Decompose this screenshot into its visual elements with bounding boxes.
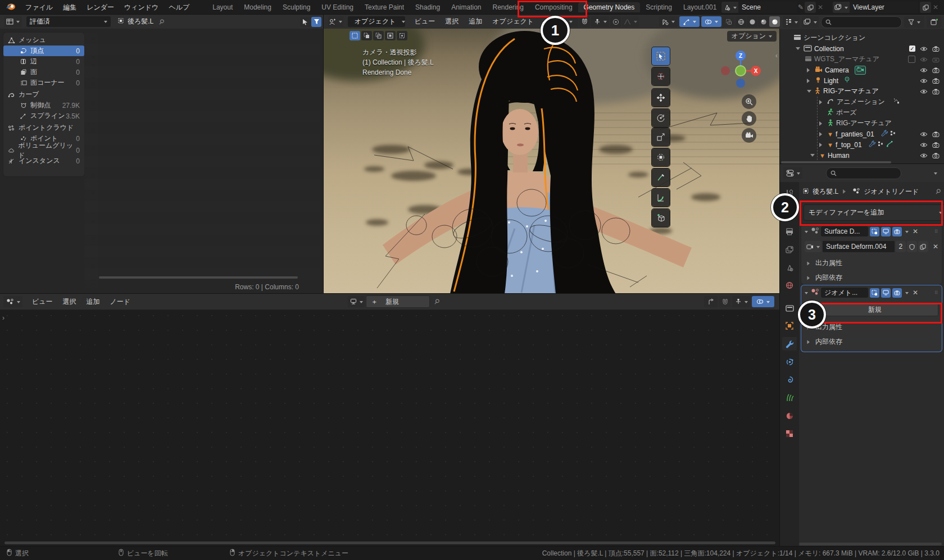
modifier-close-button[interactable]: ✕ (913, 227, 918, 235)
viewlayer-type-icon[interactable] (833, 2, 850, 13)
node-snap-target-dropdown[interactable] (732, 296, 750, 307)
list-item[interactable]: 面0 (3, 67, 84, 78)
render-camera-icon[interactable] (932, 89, 940, 94)
tool-select-box[interactable] (652, 47, 670, 65)
outliner-row-rig-armature-data[interactable]: RIG-アーマチュア (780, 118, 944, 129)
section-output-attributes[interactable]: 出力属性 (807, 322, 942, 332)
workspace-tab-geometry-nodes[interactable]: Geometry Nodes (578, 2, 641, 12)
viewport-pan-hand-button[interactable] (742, 111, 756, 126)
workspace-tab-compositing[interactable]: Compositing (529, 2, 578, 12)
modifier-render-toggle[interactable] (892, 227, 902, 236)
render-camera-icon[interactable] (932, 78, 940, 84)
modifier-render-toggle[interactable] (892, 288, 902, 298)
spreadsheet-hscrollbar[interactable] (99, 276, 298, 279)
nodegroup-browse-dropdown[interactable] (805, 241, 822, 252)
tab-physics[interactable] (782, 355, 797, 368)
shading-rendered-icon[interactable] (769, 16, 780, 27)
properties-editor-type-button[interactable] (783, 167, 802, 179)
overlays-dropdown[interactable] (701, 16, 721, 27)
proportional-falloff-dropdown[interactable] (622, 16, 639, 27)
properties-hscrollbar[interactable] (799, 543, 942, 545)
modifier-name-field[interactable]: Surface D... (821, 226, 868, 236)
light-data-badge[interactable] (844, 76, 850, 85)
modifier-realtime-toggle[interactable] (881, 288, 891, 298)
nodegroup-copy-button[interactable] (918, 241, 928, 252)
tab-world[interactable] (782, 279, 797, 292)
workspace-tab-layout-001[interactable]: Layout.001 (678, 2, 722, 12)
list-item-selected[interactable]: 頂点0 (3, 45, 84, 56)
workspace-tab-shading[interactable]: Shading (410, 2, 446, 12)
scene-delete-button[interactable]: ✕ (818, 3, 823, 11)
render-camera-icon[interactable] (932, 142, 940, 148)
spreadsheet-filter-icon[interactable] (311, 17, 321, 27)
list-item[interactable]: 面コーナー0 (3, 78, 84, 88)
breadcrumb-data-name[interactable]: ジオメトリノード (864, 187, 919, 197)
node-tree-type-icon[interactable] (348, 296, 365, 307)
snap-target-dropdown[interactable] (591, 16, 609, 27)
hide-eye-icon[interactable] (920, 89, 928, 94)
outliner-row-pose[interactable]: ポーズ (780, 107, 944, 118)
tab-texture[interactable] (782, 427, 797, 440)
node-pin-icon[interactable]: ⚲ (433, 297, 442, 306)
node-overlays-dropdown[interactable] (752, 296, 774, 307)
tool-rotate[interactable] (652, 109, 670, 127)
viewport-menu-view[interactable]: ビュー (410, 17, 441, 26)
node-menu-add[interactable]: 追加 (81, 297, 105, 307)
node-snap-magnet-icon[interactable] (719, 296, 730, 307)
node-editor-type-button[interactable] (3, 296, 22, 307)
spreadsheet-editor-type-button[interactable] (4, 16, 22, 27)
outliner-search-input[interactable] (821, 16, 902, 28)
nodegroup-name-field[interactable]: Surface Deform.004 (823, 241, 895, 252)
outliner-row-light[interactable]: Light (780, 75, 944, 86)
gizmos-dropdown[interactable] (679, 16, 700, 27)
workspace-tab-scripting[interactable]: Scripting (640, 2, 678, 12)
menu-render[interactable]: レンダー (81, 3, 119, 12)
viewlayer-name[interactable]: ViewLayer (850, 2, 918, 13)
outliner-filter-dropdown[interactable] (904, 16, 924, 28)
tab-scene[interactable] (782, 261, 797, 274)
list-item[interactable]: 制御点27.9K (3, 100, 84, 111)
modifier-drag-handle[interactable]: ⠿ (934, 291, 938, 295)
modifier-extras-dropdown[interactable] (905, 231, 909, 235)
viewport-menu-add[interactable]: 追加 (464, 17, 487, 26)
workspace-tab-uv-editing[interactable]: UV Editing (316, 2, 359, 12)
select-mode-intersect-icon[interactable] (397, 31, 407, 40)
node-go-parent-icon[interactable] (704, 296, 718, 307)
list-item[interactable]: カーブ (3, 89, 84, 100)
nodegroup-users-count[interactable]: 2 (896, 241, 906, 252)
scene-type-icon[interactable] (721, 2, 738, 13)
properties-options-dropdown[interactable] (934, 172, 937, 176)
list-item[interactable]: ポイントクラウド (3, 122, 84, 133)
shading-wireframe-icon[interactable] (736, 16, 746, 27)
outliner-display-mode-dropdown[interactable] (783, 16, 800, 28)
tab-output[interactable] (782, 225, 797, 238)
add-modifier-dropdown[interactable]: モディファイアーを追加 (804, 204, 944, 221)
axis-gizmo[interactable]: Z X (719, 48, 762, 91)
modifier-editmode-toggle[interactable] (870, 227, 879, 236)
workspace-tab-sculpting[interactable]: Sculpting (277, 2, 316, 12)
outliner-row-wgts[interactable]: WGTS_アーマチュア (780, 54, 944, 65)
hide-eye-icon[interactable] (920, 78, 928, 84)
viewlayer-copy-button[interactable] (920, 2, 931, 13)
hide-eye-icon[interactable] (920, 142, 928, 148)
workspace-tab-rendering[interactable]: Rendering (487, 2, 529, 12)
spreadsheet-dataset-dropdown[interactable]: 評価済 (26, 16, 111, 27)
tool-add-cube[interactable] (652, 209, 670, 227)
tab-collection-props[interactable] (782, 301, 797, 315)
tool-cursor[interactable] (652, 67, 670, 85)
properties-pin-icon[interactable]: ⚲ (934, 187, 943, 196)
menu-help[interactable]: ヘルプ (164, 3, 194, 12)
viewport-editor-type-button[interactable] (328, 16, 343, 27)
menu-window[interactable]: ウィンドウ (119, 3, 164, 12)
shading-solid-icon[interactable] (747, 16, 757, 27)
node-sidebar-toggle[interactable]: › (2, 314, 4, 322)
select-mode-new-icon[interactable] (350, 31, 360, 40)
tab-view-layer[interactable] (782, 243, 797, 256)
viewport-menu-object[interactable]: オブジェクト (487, 17, 539, 26)
node-group-new-button[interactable]: ＋新規 (366, 295, 430, 308)
viewport-options-dropdown[interactable]: オプション (727, 31, 777, 42)
pivot-point-dropdown[interactable] (659, 16, 678, 27)
tab-material[interactable] (782, 409, 797, 422)
render-camera-icon[interactable] (932, 67, 940, 73)
workspace-tab-layout[interactable]: Layout (207, 2, 238, 12)
